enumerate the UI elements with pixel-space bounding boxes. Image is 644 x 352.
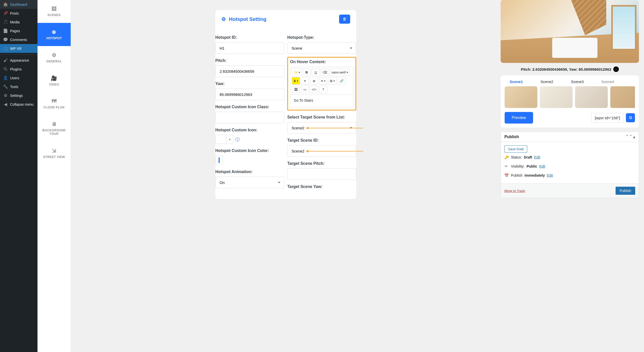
brush-icon: 🖌	[3, 58, 8, 63]
target-yaw-label: Target Scene Yaw:	[287, 184, 356, 189]
pages-icon: 📄	[3, 28, 8, 33]
pin-icon: 📌	[3, 11, 8, 16]
editor-underline-button[interactable]: U	[312, 68, 320, 76]
floorplan-icon: 🗺	[52, 98, 57, 104]
sidebar-item-wpvr[interactable]: ⬚WP VR	[0, 44, 37, 53]
sidebar-item-settings[interactable]: ⚙Settings	[0, 91, 37, 100]
editor-textcolor-button[interactable]: A	[292, 77, 300, 85]
scene-thumbnail[interactable]	[575, 86, 608, 108]
preview-button[interactable]: Preview	[505, 112, 533, 124]
copy-shortcode-button[interactable]: ⧉	[626, 113, 635, 122]
download-icon[interactable]: ↓	[613, 66, 619, 72]
scene-thumbnail[interactable]	[610, 86, 635, 108]
calendar-icon: 📅	[504, 173, 509, 177]
editor-eraser-button[interactable]: ⌫	[321, 68, 329, 76]
animation-select[interactable]: On	[215, 177, 284, 188]
sidebar-item-posts[interactable]: 📌Posts	[0, 9, 37, 18]
chevron-up-icon[interactable]: ˄	[626, 134, 628, 139]
editor-content-area[interactable]: Go To Stairs	[290, 95, 353, 107]
publish-button[interactable]: Publish	[616, 187, 635, 195]
tab-backgroundtour[interactable]: 🖥BACKGROUND TOUR	[37, 115, 71, 142]
tab-streetview[interactable]: ⇲STREET VIEW	[37, 142, 71, 165]
editor-magic-button[interactable]: ✨	[292, 68, 302, 76]
sidebar-item-users[interactable]: 👤Users	[0, 73, 37, 82]
dashboard-icon: 🏠	[3, 2, 8, 7]
panorama-preview[interactable]	[501, 0, 639, 63]
chevron-down-icon[interactable]: ˅	[630, 134, 632, 139]
sidebar-item-collapse[interactable]: ◀Collapse menu	[0, 100, 37, 109]
hotspot-id-label: Hotspot ID:	[215, 35, 284, 40]
sidebar-item-pages[interactable]: 📄Pages	[0, 26, 37, 35]
gear-icon: ⚙	[221, 16, 226, 22]
editor-font-select[interactable]: sans-serif	[330, 68, 350, 76]
hover-content-label: On Hover Content:	[290, 60, 353, 64]
tab-floorplan[interactable]: 🗺FLOOR PLAN	[37, 92, 71, 115]
hotspot-id-input[interactable]	[215, 42, 284, 54]
tab-video[interactable]: 🎥VIDEO	[37, 69, 71, 92]
icon-color-picker[interactable]	[215, 155, 223, 165]
video-icon: 🎥	[51, 75, 57, 81]
editor-align-button[interactable]: ≡	[319, 77, 327, 85]
hotspot-setting-title: Hotspot Setting	[229, 16, 266, 22]
save-draft-button[interactable]: Save Draft	[504, 145, 527, 153]
scene-tab-1[interactable]: Scene1	[510, 80, 523, 84]
hotspot-type-select[interactable]: Scene	[287, 42, 356, 54]
streetview-icon: ⇲	[52, 148, 56, 154]
icon-class-label: Hotspot Custom Icon Class:	[215, 105, 284, 109]
left-tabs: 🖼SCENES ⊕HOTSPOT ⚙GENERAL 🎥VIDEO 🗺FLOOR …	[37, 0, 71, 352]
tab-scenes[interactable]: 🖼SCENES	[37, 0, 71, 23]
sidebar-item-dashboard[interactable]: 🏠Dashboard	[0, 0, 37, 9]
yaw-input[interactable]	[215, 89, 284, 100]
pitch-input[interactable]	[215, 65, 284, 77]
gear-icon: ⚙	[52, 52, 57, 58]
sidebar-item-tools[interactable]: 🔧Tools	[0, 82, 37, 91]
hotspot-settings-panel: ⚙ Hotspot Setting 🗑 Hotspot ID: Pitch: Y…	[215, 10, 356, 199]
eye-icon: 👁	[504, 164, 509, 168]
editor-ul-button[interactable]: ≡	[301, 77, 309, 85]
publish-title: Publish	[504, 135, 519, 139]
key-icon: 🔑	[504, 155, 509, 159]
sidebar-item-plugins[interactable]: 🔌Plugins	[0, 65, 37, 73]
target-pitch-input[interactable]	[287, 168, 356, 180]
custom-icon-picker[interactable]: ▼	[215, 135, 233, 144]
scene-tab-4[interactable]: Scene4	[601, 80, 614, 84]
yaw-label: Yaw:	[215, 82, 284, 86]
media-icon: 🎵	[3, 20, 8, 24]
delete-hotspot-button[interactable]: 🗑	[339, 15, 350, 24]
sidebar-item-appearance[interactable]: 🖌Appearance	[0, 56, 37, 65]
pitch-label: Pitch:	[215, 58, 284, 63]
annotation-arrow	[308, 128, 363, 128]
editor-bold-button[interactable]: B	[303, 68, 311, 76]
editor-image-button[interactable]: 🖼	[292, 86, 300, 93]
sidebar-item-comments[interactable]: 💬Comments	[0, 35, 37, 44]
editor-code-button[interactable]: </>	[310, 86, 318, 93]
copy-icon: ⧉	[629, 115, 632, 120]
comments-icon: 💬	[3, 37, 8, 42]
edit-status-link[interactable]: Edit	[534, 155, 540, 159]
user-icon: 👤	[3, 75, 8, 80]
tab-general[interactable]: ⚙GENERAL	[37, 46, 71, 69]
sidebar-item-media[interactable]: 🎵Media	[0, 18, 37, 26]
scene-thumbnail[interactable]	[505, 86, 537, 108]
editor-link-button[interactable]: 🔗	[338, 77, 346, 85]
chevron-down-icon: ▼	[226, 135, 233, 144]
info-icon[interactable]: i	[235, 137, 239, 141]
monitor-icon: 🖥	[52, 121, 57, 127]
caret-up-icon[interactable]: ▴	[633, 134, 635, 139]
editor-table-button[interactable]: ⊞	[328, 77, 337, 85]
animation-label: Hotspot Animation:	[215, 170, 284, 174]
custom-icon-label: Hotspot Custom Icon:	[215, 128, 284, 132]
move-to-trash-link[interactable]: Move to Trash	[504, 189, 525, 193]
sidebar-separator	[0, 54, 37, 55]
icon-class-input[interactable]	[215, 112, 284, 123]
editor-help-button[interactable]: ?	[319, 86, 327, 93]
edit-schedule-link[interactable]: Edit	[547, 173, 553, 177]
editor-ol-button[interactable]: ≣	[310, 77, 318, 85]
scene-tab-3[interactable]: Scene3	[571, 80, 584, 84]
tab-hotspot[interactable]: ⊕HOTSPOT	[37, 23, 71, 46]
editor-video-button[interactable]: ▭	[301, 86, 309, 93]
scene-tab-2[interactable]: Scene2	[541, 80, 553, 84]
wrench-icon: 🔧	[3, 84, 8, 89]
edit-visibility-link[interactable]: Edit	[539, 164, 545, 168]
scene-thumbnail[interactable]	[540, 86, 573, 108]
